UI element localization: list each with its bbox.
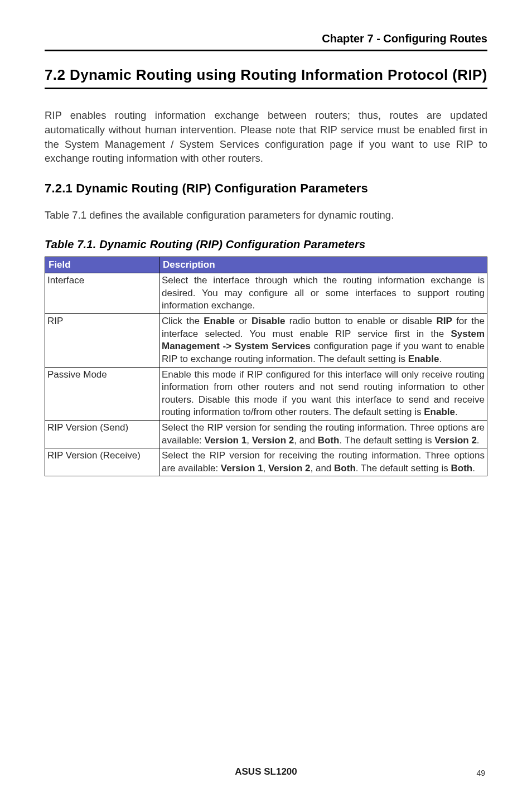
section-title: 7.2 Dynamic Routing using Routing Inform… (45, 66, 487, 89)
table-row: RIPClick the Enable or Disable radio but… (45, 314, 487, 367)
table-row: RIP Version (Receive)Select the RIP vers… (45, 448, 487, 476)
field-cell: Passive Mode (45, 367, 159, 420)
parameters-table: Field Description InterfaceSelect the in… (45, 257, 487, 476)
table-header-field: Field (45, 257, 159, 273)
description-cell: Click the Enable or Disable radio button… (159, 314, 487, 367)
table-row: Passive ModeEnable this mode if RIP conf… (45, 367, 487, 420)
field-cell: RIP Version (Send) (45, 420, 159, 448)
header-rule (45, 50, 487, 51)
description-cell: Select the RIP version for sending the r… (159, 420, 487, 448)
description-cell: Select the interface through which the r… (159, 273, 487, 314)
table-header-row: Field Description (45, 257, 487, 273)
table-caption: Table 7.1. Dynamic Routing (RIP) Configu… (45, 238, 487, 251)
table-row: RIP Version (Send)Select the RIP version… (45, 420, 487, 448)
description-cell: Enable this mode if RIP configured for t… (159, 367, 487, 420)
table-header-description: Description (159, 257, 487, 273)
intro-paragraph: RIP enables routing information exchange… (45, 108, 487, 166)
page-header: Chapter 7 - Configuring Routes (45, 32, 487, 45)
description-cell: Select the RIP version for receiving the… (159, 448, 487, 476)
page-number: 49 (476, 769, 485, 777)
footer-product: ASUS SL1200 (0, 766, 532, 777)
subsection-intro-paragraph: Table 7.1 defines the available configur… (45, 208, 487, 223)
table-row: InterfaceSelect the interface through wh… (45, 273, 487, 314)
field-cell: Interface (45, 273, 159, 314)
subsection-title: 7.2.1 Dynamic Routing (RIP) Configuratio… (45, 181, 487, 196)
field-cell: RIP Version (Receive) (45, 448, 159, 476)
field-cell: RIP (45, 314, 159, 367)
